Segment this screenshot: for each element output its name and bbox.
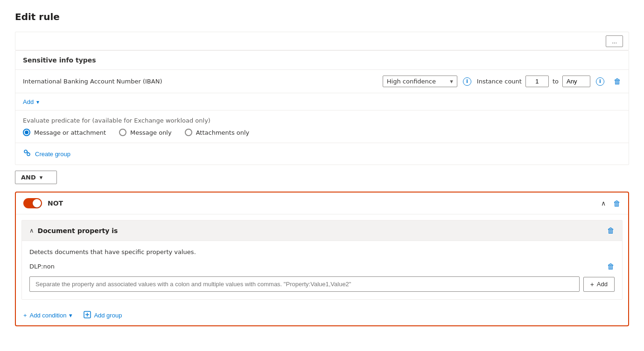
add-condition-chevron-icon: ▾ [69,312,72,319]
radio-attachments-only[interactable]: Attachments only [185,129,250,136]
not-toggle[interactable] [23,198,42,208]
evaluate-title: Evaluate predicate for (available for Ex… [23,117,621,124]
instance-count-input[interactable] [525,76,549,87]
doc-property-collapse-icon[interactable]: ∧ [29,227,34,234]
doc-property-delete-icon[interactable]: 🗑 [607,226,615,235]
create-group-icon [23,149,31,159]
add-group-icon [84,311,91,320]
radio-message-only[interactable]: Message only [119,129,172,136]
doc-property-header: ∧ Document property is 🗑 [22,220,622,241]
to-label: to [553,78,559,85]
add-button[interactable]: Add ▾ [23,98,39,105]
add-label: Add [23,98,34,105]
top-hint-bar: ... [15,32,629,50]
page-title: Edit rule [15,11,629,22]
doc-description: Detects documents that have specific pro… [29,248,615,255]
dlp-delete-icon[interactable]: 🗑 [607,262,615,271]
svg-point-1 [27,153,30,156]
not-collapse-button[interactable]: ∧ [601,200,606,207]
add-condition-button[interactable]: + Add condition ▾ [23,312,72,319]
iban-row: International Banking Account Number (IB… [15,70,629,93]
dlp-value: DLP:non [29,263,55,270]
property-input[interactable] [29,276,580,292]
doc-property-title: Document property is [38,227,600,234]
not-actions: ∧ 🗑 [601,199,621,208]
radio-label-message-attachment: Message or attachment [34,129,106,136]
radio-label-attachments-only: Attachments only [196,129,250,136]
create-group-row: Create group [15,143,629,165]
add-row: Add ▾ [15,93,629,110]
radio-circle-message-only [119,129,126,136]
and-dropdown[interactable]: AND ▾ [15,171,57,184]
add-group-label: Add group [94,312,122,319]
property-input-row: + Add [29,276,615,292]
instance-count-group: Instance count to [477,76,590,87]
any-input[interactable] [562,76,590,87]
dlp-row: DLP:non 🗑 [29,262,615,271]
add-group-button[interactable]: Add group [84,311,122,320]
create-group-label: Create group [35,151,70,158]
and-dropdown-row: AND ▾ [15,165,629,190]
radio-circle-message-attachment [23,129,30,136]
add-condition-plus-icon: + [23,312,27,319]
evaluate-predicate-row: Evaluate predicate for (available for Ex… [15,110,629,143]
sensitive-info-card: Sensitive info types International Banki… [15,50,629,165]
add-condition-label: Add condition [30,312,67,319]
create-group-button[interactable]: Create group [23,149,70,159]
radio-message-or-attachment[interactable]: Message or attachment [23,129,106,136]
instance-count-label: Instance count [477,78,522,85]
section-title: Sensitive info types [23,56,96,64]
radio-label-message-only: Message only [130,129,172,136]
not-delete-icon[interactable]: 🗑 [613,199,621,208]
svg-line-2 [27,151,28,153]
add-value-button[interactable]: + Add [583,277,615,292]
radio-group: Message or attachment Message only Attac… [23,129,621,136]
not-label: NOT [48,200,595,207]
confidence-info-icon[interactable]: i [463,77,471,86]
add-value-label: Add [597,281,608,288]
iban-label: International Banking Account Number (IB… [23,78,377,85]
radio-circle-attachments-only [185,129,192,136]
instance-info-icon[interactable]: i [596,77,604,86]
and-chevron-icon: ▾ [40,174,43,181]
confidence-chevron-icon: ▾ [450,78,453,85]
iban-delete-icon[interactable]: 🗑 [614,77,621,86]
confidence-value: High confidence [387,78,436,85]
plus-icon: + [590,281,594,288]
doc-property-body: Detects documents that have specific pro… [22,241,622,299]
confidence-dropdown[interactable]: High confidence ▾ [383,76,457,87]
add-chevron-icon: ▾ [36,99,39,105]
footer-row: + Add condition ▾ Add group [16,305,628,325]
and-label: AND [21,174,36,181]
svg-point-0 [24,150,27,153]
card-header: Sensitive info types [15,51,629,70]
top-hint-button[interactable]: ... [606,35,623,47]
not-header: NOT ∧ 🗑 [16,193,628,214]
not-section: NOT ∧ 🗑 ∧ Document property is 🗑 Detects… [15,192,629,326]
doc-property-section: ∧ Document property is 🗑 Detects documen… [21,220,623,300]
